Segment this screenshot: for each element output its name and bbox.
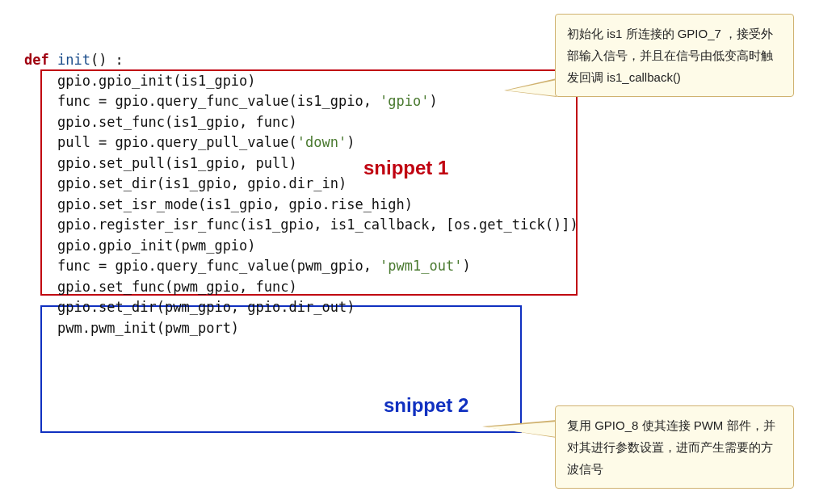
callout-1: 初始化 is1 所连接的 GPIO_7 ，接受外部输入信号，并且在信号由低变高时… xyxy=(555,14,794,97)
callout-1-text: 初始化 is1 所连接的 GPIO_7 ，接受外部输入信号，并且在信号由低变高时… xyxy=(567,27,773,84)
string-literal: 'down' xyxy=(297,134,347,150)
callout-2-text: 复用 GPIO_8 使其连接 PWM 部件，并对其进行参数设置，进而产生需要的方… xyxy=(567,418,775,476)
callout-1-pointer xyxy=(504,78,557,97)
code-block: def init() : gpio.gpio_init(is1_gpio) fu… xyxy=(24,50,578,338)
func-name: init xyxy=(49,52,90,68)
code-line: func = gpio.query_func_value(is1_gpio, '… xyxy=(24,91,578,112)
code-line: gpio.set_isr_mode(is1_gpio, gpio.rise_hi… xyxy=(24,195,578,216)
def-line: def init() : xyxy=(24,50,578,71)
code-line: gpio.register_isr_func(is1_gpio, is1_cal… xyxy=(24,215,578,236)
code-line: gpio.set_pull(is1_gpio, pull) xyxy=(24,153,578,174)
callout-2: 复用 GPIO_8 使其连接 PWM 部件，并对其进行参数设置，进而产生需要的方… xyxy=(555,405,794,489)
code-line: gpio.gpio_init(pwm_gpio) xyxy=(24,236,578,257)
def-keyword: def xyxy=(24,52,49,68)
code-line: gpio.set_func(is1_gpio, func) xyxy=(24,112,578,133)
callout-2-pointer xyxy=(482,420,557,438)
string-literal: 'pwm1_out' xyxy=(380,258,462,274)
code-line: gpio.set_dir(is1_gpio, gpio.dir_in) xyxy=(24,174,578,195)
code-line: gpio.set_func(pwm_gpio, func) xyxy=(24,277,578,298)
code-line: pwm.pwm_init(pwm_port) xyxy=(24,318,578,339)
snippet-1-label: snippet 1 xyxy=(363,153,448,183)
snippet-2-label: snippet 2 xyxy=(384,391,468,420)
string-literal: 'gpio' xyxy=(380,93,429,109)
code-line: func = gpio.query_func_value(pwm_gpio, '… xyxy=(24,256,578,277)
code-line: gpio.set_dir(pwm_gpio, gpio.dir_out) xyxy=(24,297,578,318)
code-line: gpio.gpio_init(is1_gpio) xyxy=(24,71,578,92)
code-line: pull = gpio.query_pull_value('down') xyxy=(24,132,578,153)
